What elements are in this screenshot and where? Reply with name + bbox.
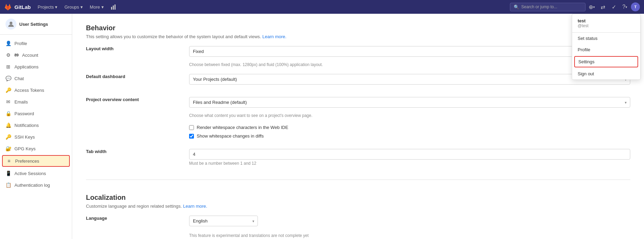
layout-width-row: Layout width Fixed Fluid ▾ Choose betwee… [86, 46, 630, 67]
profile-item[interactable]: Profile [572, 44, 640, 55]
gpg-icon: 🔐 [6, 146, 11, 151]
access-tokens-icon: 🔑 [6, 87, 11, 93]
behavior-learn-more-link[interactable]: Learn more. [262, 34, 286, 39]
default-dashboard-control: Your Projects (default) Starred Projects… [189, 74, 630, 90]
render-whitespace-checkbox-row[interactable]: Render whitespace characters in the Web … [189, 125, 630, 130]
main-content: Behavior This setting allows you to cust… [72, 14, 644, 239]
project-overview-row: Project overview content Files and Readm… [86, 97, 630, 118]
language-control: English Deutsch Español ▾ This feature i… [189, 216, 630, 238]
sidebar-item-gpg-keys[interactable]: 🔐 GPG Keys [0, 143, 72, 154]
sidebar-item-emails[interactable]: ✉ Emails [0, 96, 72, 108]
sidebar-item-account[interactable]: ⚙ 89 Account [0, 49, 72, 61]
language-label-area: Language [86, 216, 175, 238]
chevron-down-icon: ▾ [80, 4, 83, 10]
sidebar-item-notifications[interactable]: 🔔 Notifications [0, 119, 72, 131]
sidebar-title: User Settings [19, 22, 48, 27]
svg-point-3 [10, 22, 12, 24]
language-select-wrapper: English Deutsch Español ▾ [189, 216, 258, 226]
sidebar-item-applications[interactable]: ⊞ Applications [0, 61, 72, 73]
issues-icon[interactable]: ✓ [609, 2, 619, 12]
behavior-title: Behavior [86, 24, 630, 32]
language-hint: This feature is experimental and transla… [189, 233, 361, 238]
dropdown-handle: @test [578, 23, 635, 28]
layout-width-label-area: Layout width [86, 46, 175, 67]
tab-width-row: Tab width Must be a number between 1 and… [86, 149, 630, 166]
sidebar: User Settings 👤 Profile ⚙ 89 Account ⊞ A… [0, 14, 72, 239]
sidebar-header: User Settings [0, 14, 72, 35]
sign-out-item[interactable]: Sign out [572, 68, 640, 79]
localization-description: Customize language and region related se… [86, 204, 630, 209]
svg-rect-1 [113, 6, 114, 10]
svg-rect-0 [111, 7, 112, 10]
chevron-down-icon: ▾ [55, 4, 57, 10]
sidebar-item-password[interactable]: 🔒 Password [0, 108, 72, 119]
language-select[interactable]: English Deutsch Español [189, 216, 258, 226]
account-icon: ⚙ [6, 52, 11, 58]
search-bar[interactable]: 🔍 Search or jump to... [510, 3, 586, 11]
layout-width-select-wrapper: Fixed Fluid ▾ [189, 46, 630, 57]
tab-width-input-wrapper [189, 149, 630, 160]
sidebar-item-preferences[interactable]: ≡ Preferences [2, 155, 70, 167]
set-status-item[interactable]: Set status [572, 33, 640, 44]
tab-width-label-area: Tab width [86, 149, 175, 166]
render-whitespace-checkbox[interactable] [189, 125, 194, 130]
merge-requests-icon[interactable]: ⇄ [598, 2, 608, 12]
default-dashboard-label: Default dashboard [86, 74, 175, 79]
notifications-icon: 🔔 [6, 122, 11, 128]
language-label: Language [86, 216, 175, 221]
chevron-down-icon: ▾ [101, 4, 104, 10]
search-icon: 🔍 [514, 4, 519, 10]
preferences-icon: ≡ [6, 158, 12, 164]
show-whitespace-checkbox-row[interactable]: Show whitespace changes in diffs [189, 133, 630, 139]
brand-logo[interactable]: GitLab [4, 3, 31, 11]
layout-width-control: Fixed Fluid ▾ Choose between fixed (max.… [189, 46, 630, 67]
user-dropdown: test @test Set status Profile Settings S… [572, 14, 641, 80]
layout-width-select[interactable]: Fixed Fluid [189, 46, 630, 57]
projects-menu[interactable]: Projects ▾ [35, 0, 61, 14]
profile-icon: 👤 [6, 41, 11, 46]
localization-learn-more-link[interactable]: Learn more. [183, 204, 207, 209]
dropdown-username: test [578, 18, 635, 23]
create-button[interactable]: ⊕▾ [587, 2, 597, 12]
layout-width-hint: Choose between fixed (max. 1280px) and f… [189, 62, 630, 67]
behavior-section: Behavior This setting allows you to cust… [86, 24, 630, 180]
default-dashboard-row: Default dashboard Your Projects (default… [86, 74, 630, 90]
show-whitespace-checkbox[interactable] [189, 134, 194, 139]
emails-icon: ✉ [6, 99, 11, 105]
tab-width-label: Tab width [86, 149, 175, 154]
sidebar-item-access-tokens[interactable]: 🔑 Access Tokens [0, 84, 72, 96]
project-overview-select-wrapper: Files and Readme (default) Readme Activi… [189, 97, 630, 108]
sidebar-item-active-sessions[interactable]: 📱 Active Sessions [0, 167, 72, 179]
sidebar-navigation: 👤 Profile ⚙ 89 Account ⊞ Applications 💬 … [0, 35, 72, 194]
layout-width-label: Layout width [86, 46, 175, 51]
sessions-icon: 📱 [6, 171, 11, 176]
tab-width-input[interactable] [189, 149, 630, 160]
behavior-description: This setting allows you to customize the… [86, 34, 630, 39]
sidebar-item-chat[interactable]: 💬 Chat [0, 73, 72, 84]
sidebar-item-auth-log[interactable]: 📋 Authentication log [0, 179, 72, 191]
localization-section: Localization Customize language and regi… [86, 194, 630, 239]
activity-chart-icon[interactable] [108, 0, 120, 14]
help-icon[interactable]: ?▾ [620, 2, 630, 12]
localization-title: Localization [86, 194, 630, 202]
project-overview-label: Project overview content [86, 97, 175, 102]
top-navigation: GitLab Projects ▾ Groups ▾ More ▾ 🔍 Sear… [0, 0, 644, 14]
tab-width-control: Must be a number between 1 and 12 [189, 149, 630, 166]
applications-icon: ⊞ [6, 64, 11, 69]
project-overview-select[interactable]: Files and Readme (default) Readme Activi… [189, 97, 630, 108]
project-overview-label-area: Project overview content [86, 97, 175, 118]
ssh-icon: 🔑 [6, 134, 11, 140]
groups-menu[interactable]: Groups ▾ [62, 0, 86, 14]
default-dashboard-select-wrapper: Your Projects (default) Starred Projects… [189, 74, 630, 85]
svg-rect-2 [114, 4, 116, 10]
password-icon: 🔒 [6, 111, 11, 116]
settings-item[interactable]: Settings [574, 56, 638, 67]
user-avatar[interactable]: T [631, 2, 640, 11]
sidebar-item-ssh-keys[interactable]: 🔑 SSH Keys [0, 131, 72, 143]
sidebar-item-profile[interactable]: 👤 Profile [0, 37, 72, 49]
project-overview-control: Files and Readme (default) Readme Activi… [189, 97, 630, 118]
project-overview-hint: Choose what content you want to see on a… [189, 113, 630, 118]
more-menu[interactable]: More ▾ [87, 0, 107, 14]
default-dashboard-select[interactable]: Your Projects (default) Starred Projects [189, 74, 630, 85]
default-dashboard-label-area: Default dashboard [86, 74, 175, 90]
